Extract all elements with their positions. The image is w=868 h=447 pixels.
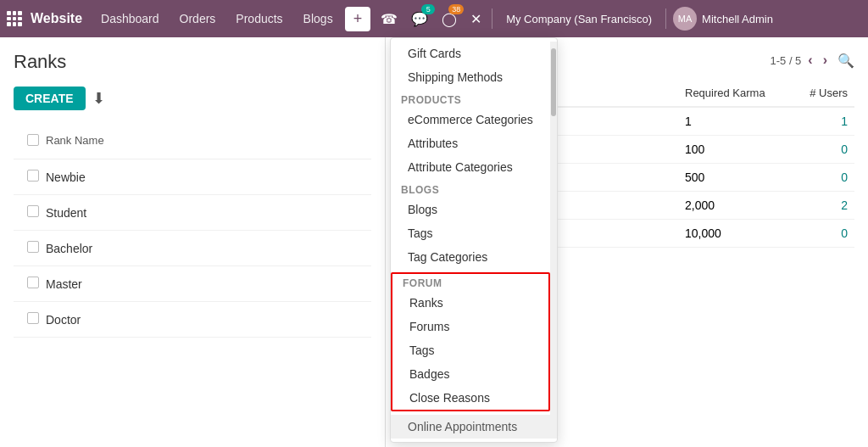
user-name: Mitchell Admin — [702, 13, 773, 25]
row-checkbox[interactable] — [27, 277, 39, 288]
forum-section: Forum Ranks Forums Tags Badges Close Rea… — [391, 272, 550, 411]
users-cell[interactable]: 0 — [787, 142, 854, 156]
blogs-menu-item[interactable]: Blogs — [391, 198, 550, 221]
next-page-button[interactable]: › — [820, 51, 831, 70]
rank-name-header: Rank Name — [39, 131, 371, 152]
close-reasons-item[interactable]: Close Reasons — [392, 386, 548, 410]
dropdown-menu: Gift Cards Shipping Methods Products eCo… — [390, 37, 558, 443]
table-row[interactable]: Master — [14, 266, 371, 302]
table-row[interactable]: Student — [14, 195, 371, 231]
dropdown-overlay: Gift Cards Shipping Methods Products eCo… — [390, 37, 558, 443]
user-avatar: MA — [673, 7, 697, 31]
ecommerce-categories-item[interactable]: eCommerce Categories — [391, 108, 550, 131]
search-icon[interactable]: 🔍 — [837, 53, 854, 69]
nav-plus-button[interactable]: + — [345, 7, 371, 31]
tools-icon-btn[interactable]: ✕ — [467, 8, 485, 31]
tag-categories-item[interactable]: Tag Categories — [391, 245, 550, 269]
karma-cell: 10,000 — [685, 226, 787, 240]
pagination: 1-5 / 5 ‹ › — [770, 51, 831, 70]
products-section-label: Products — [391, 89, 550, 108]
forum-tags-item[interactable]: Tags — [392, 338, 548, 362]
scrollbar-track[interactable] — [550, 42, 557, 439]
download-button[interactable]: ⬇ — [92, 89, 105, 108]
users-cell[interactable]: 2 — [787, 198, 854, 212]
chat-badge: 5 — [421, 4, 435, 14]
rank-name-cell[interactable]: Bachelor — [39, 238, 371, 259]
company-name[interactable]: My Company (San Francisco) — [499, 9, 659, 29]
table-header: Rank Name — [14, 124, 371, 159]
rank-name-cell[interactable]: Student — [39, 203, 371, 223]
karma-cell: 1 — [685, 115, 787, 128]
nav-separator-2 — [665, 8, 666, 29]
nav-products[interactable]: Products — [227, 8, 291, 29]
dropdown-content: Gift Cards Shipping Methods Products eCo… — [391, 42, 550, 439]
page-title: Ranks — [14, 51, 371, 73]
app-logo[interactable]: Website — [31, 11, 82, 26]
chat-icon-btn[interactable]: 💬 5 — [408, 8, 431, 31]
users-cell[interactable]: 1 — [787, 115, 854, 128]
top-nav: Website Dashboard Orders Products Blogs … — [0, 0, 868, 37]
row-checkbox[interactable] — [27, 312, 39, 324]
prev-page-button[interactable]: ‹ — [804, 51, 815, 70]
forum-section-label: Forum — [392, 274, 548, 291]
attributes-item[interactable]: Attributes — [391, 131, 550, 155]
rank-name-cell[interactable]: Newbie — [39, 167, 371, 187]
nav-icon-group: ☎ 💬 5 ◯ 38 ✕ — [377, 8, 485, 31]
nav-blogs[interactable]: Blogs — [295, 8, 342, 29]
table-row[interactable]: Bachelor — [14, 231, 371, 266]
nav-dashboard[interactable]: Dashboard — [92, 8, 168, 29]
users-cell[interactable]: 0 — [787, 170, 854, 184]
apps-icon[interactable] — [7, 11, 22, 26]
clock-badge: 38 — [448, 4, 464, 14]
pagination-text: 1-5 / 5 — [770, 54, 801, 67]
shipping-methods-item[interactable]: Shipping Methods — [391, 65, 550, 89]
row-checkbox[interactable] — [27, 241, 39, 253]
select-all-checkbox[interactable] — [27, 134, 39, 146]
users-header: # Users — [787, 87, 854, 99]
blogs-tags-item[interactable]: Tags — [391, 221, 550, 245]
rank-name-cell[interactable]: Master — [39, 274, 371, 294]
row-checkbox[interactable] — [27, 170, 39, 182]
table-row[interactable]: Doctor — [14, 302, 371, 338]
nav-orders[interactable]: Orders — [171, 8, 225, 29]
karma-cell: 100 — [685, 142, 787, 156]
row-checkbox[interactable] — [27, 205, 39, 217]
clock-icon-btn[interactable]: ◯ 38 — [438, 8, 460, 31]
badges-item[interactable]: Badges — [392, 362, 548, 386]
phone-icon-btn[interactable]: ☎ — [377, 8, 401, 31]
attribute-categories-item[interactable]: Attribute Categories — [391, 155, 550, 179]
user-menu[interactable]: MA Mitchell Admin — [673, 7, 773, 31]
online-appointments-item[interactable]: Online Appointments — [391, 415, 550, 439]
nav-separator — [492, 8, 492, 29]
rank-name-cell[interactable]: Doctor — [39, 310, 371, 330]
gift-cards-item[interactable]: Gift Cards — [391, 42, 550, 65]
forums-item[interactable]: Forums — [392, 315, 548, 338]
karma-cell: 2,000 — [685, 198, 787, 212]
header-checkbox[interactable] — [14, 131, 39, 152]
dropdown-wrapper: Gift Cards Shipping Methods Products eCo… — [391, 42, 557, 439]
ranks-menu-item[interactable]: Ranks — [392, 291, 548, 315]
users-cell[interactable]: 0 — [787, 226, 854, 240]
table-row[interactable]: Newbie — [14, 159, 371, 195]
toolbar: CREATE ⬇ — [14, 87, 371, 110]
blogs-section-label: Blogs — [391, 179, 550, 198]
scrollbar-thumb — [551, 48, 556, 116]
karma-header: Required Karma — [685, 87, 787, 99]
karma-cell: 500 — [685, 170, 787, 184]
left-panel: Ranks CREATE ⬇ Rank Name Newbie Student … — [0, 37, 386, 447]
create-button[interactable]: CREATE — [14, 87, 86, 110]
